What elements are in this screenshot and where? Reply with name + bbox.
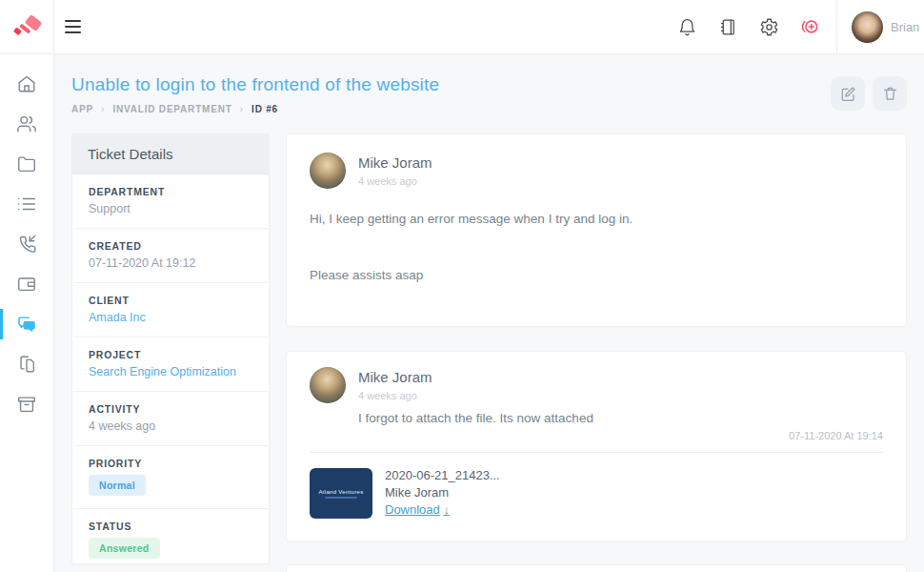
message-text: I forgot to attach the file. Its now att… — [358, 411, 883, 425]
field-label: DEPARTMENT — [89, 186, 252, 197]
ticket-details-header: Ticket Details — [72, 134, 269, 174]
download-arrow-icon[interactable]: ↓ — [443, 502, 450, 517]
menu-toggle-icon[interactable] — [65, 16, 86, 37]
edit-ticket-icon-button[interactable] — [831, 76, 865, 111]
field-value: Support — [89, 202, 252, 215]
message-card-partial — [286, 564, 907, 572]
field-value: 4 weeks ago — [89, 419, 252, 433]
breadcrumb-separator: › — [101, 103, 105, 114]
message-avatar — [310, 367, 346, 403]
message-card: Mike Joram 4 weeks ago I forgot to attac… — [286, 351, 907, 541]
trash-icon — [881, 85, 899, 103]
message-time-ago: 4 weeks ago — [358, 390, 883, 401]
message-time-ago: 4 weeks ago — [358, 175, 432, 187]
breadcrumb-ticket-id: ID #6 — [251, 104, 278, 114]
nav-documents-icon[interactable] — [0, 344, 53, 384]
nav-tickets-icon[interactable] — [0, 304, 53, 344]
breadcrumb: APP › INVALID DEPARTMENT › ID #6 — [71, 103, 439, 114]
attachment-uploader: Mike Joram — [385, 485, 500, 500]
message-thread: Mike Joram 4 weeks ago Hi, I keep gettin… — [286, 133, 907, 572]
breadcrumb-app[interactable]: APP — [71, 104, 93, 114]
nav-payments-icon[interactable] — [0, 264, 53, 304]
nav-clients-icon[interactable] — [0, 104, 53, 144]
download-link[interactable]: Download — [385, 502, 440, 517]
field-label: CLIENT — [89, 295, 252, 306]
project-link[interactable]: Search Engine Optimization — [89, 365, 252, 378]
message-timestamp: 07-11-2020 At 19:14 — [310, 430, 883, 441]
nav-projects-icon[interactable] — [0, 144, 53, 184]
nav-calls-icon[interactable] — [0, 224, 53, 264]
topbar: Brian — [0, 0, 924, 54]
add-record-icon[interactable] — [799, 16, 820, 37]
attachment-thumb-label: Atland Ventures — [319, 489, 364, 495]
delete-ticket-icon-button[interactable] — [873, 76, 907, 111]
message-text: Hi, I keep getting an error message when… — [310, 212, 883, 226]
field-label: PROJECT — [89, 349, 252, 360]
nav-archive-icon[interactable] — [0, 384, 53, 424]
message-avatar — [310, 153, 346, 189]
attachment-thumbnail[interactable]: Atland Ventures — [310, 468, 372, 519]
pencil-edit-icon — [839, 85, 857, 103]
breadcrumb-separator: › — [240, 103, 244, 114]
breadcrumb-department[interactable]: INVALID DEPARTMENT — [112, 104, 231, 114]
app-logo[interactable] — [0, 0, 54, 53]
priority-badge: Normal — [89, 475, 146, 496]
field-value: 07-11-2020 At 19:12 — [89, 256, 252, 270]
field-client: CLIENT Amada Inc — [73, 283, 268, 337]
client-link[interactable]: Amada Inc — [89, 311, 252, 324]
message-card: Mike Joram 4 weeks ago Hi, I keep gettin… — [286, 133, 907, 327]
settings-gear-icon[interactable] — [758, 16, 779, 37]
message-author: Mike Joram — [358, 367, 883, 385]
field-label: STATUS — [89, 521, 252, 532]
field-project: PROJECT Search Engine Optimization — [73, 337, 268, 392]
field-label: ACTIVITY — [89, 403, 252, 415]
notebook-icon[interactable] — [717, 16, 738, 37]
field-created: CREATED 07-11-2020 At 19:12 — [73, 229, 268, 283]
side-nav — [0, 54, 54, 572]
attachment-filename: 2020-06-21_21423... — [385, 468, 500, 482]
attachment-thumb-bar — [325, 497, 357, 499]
logo-icon — [12, 12, 41, 41]
status-badge: Answered — [89, 538, 160, 559]
message-text: Please assists asap — [310, 268, 883, 282]
nav-tasks-icon[interactable] — [0, 184, 53, 224]
field-activity: ACTIVITY 4 weeks ago — [73, 392, 268, 446]
message-author: Mike Joram — [358, 153, 432, 171]
bell-icon[interactable] — [676, 16, 697, 37]
main-content: Unable to login to the frontend of the w… — [54, 54, 924, 572]
user-avatar — [852, 11, 883, 43]
attachment: Atland Ventures 2020-06-21_21423... Mike… — [310, 468, 883, 519]
field-department: DEPARTMENT Support — [73, 174, 268, 229]
user-name: Brian — [891, 20, 919, 34]
field-label: PRIORITY — [89, 458, 252, 469]
ticket-details-panel: Ticket Details DEPARTMENT Support CREATE… — [71, 133, 270, 564]
field-priority: PRIORITY Normal — [73, 446, 268, 509]
user-menu[interactable]: Brian — [836, 0, 924, 53]
divider — [310, 452, 883, 453]
page-title: Unable to login to the frontend of the w… — [71, 74, 439, 95]
nav-home-icon[interactable] — [0, 64, 53, 104]
field-label: CREATED — [89, 240, 252, 252]
field-status: STATUS Answered — [73, 509, 268, 564]
